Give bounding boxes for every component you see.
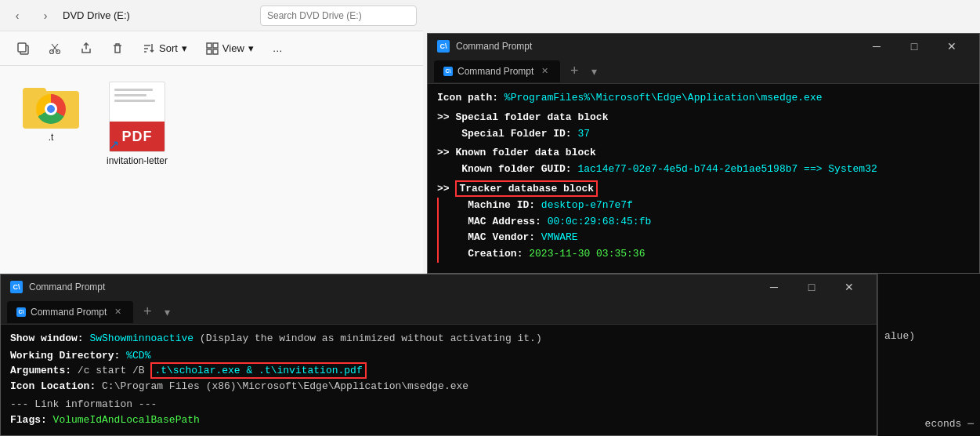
- cut-button[interactable]: [41, 36, 69, 61]
- tracker-header-arrow: >>: [437, 183, 455, 194]
- svg-rect-7: [213, 43, 218, 48]
- icon-location-label: Icon Location:: [10, 380, 102, 392]
- shortcut-arrow: ↗: [109, 137, 119, 152]
- more-label: …: [273, 42, 283, 54]
- cmd-bottom-window-buttons: ─ □ ✕: [756, 274, 867, 300]
- machine-id-line: Machine ID: desktop-e7n7e7f: [437, 198, 970, 214]
- cmd-bottom-maximize[interactable]: □: [794, 274, 830, 300]
- special-folder-id-line: Special Folder ID: 37: [437, 126, 970, 143]
- cmd-top-tab-add[interactable]: +: [563, 60, 585, 82]
- working-dir-label: Working Directory:: [10, 350, 126, 362]
- copy-button[interactable]: [9, 36, 38, 61]
- cmd-bottom-tab-label: Command Prompt: [31, 307, 107, 318]
- arguments-label: Arguments:: [10, 365, 78, 376]
- view-button[interactable]: View ▾: [198, 36, 262, 61]
- cmd-top-title: Command Prompt: [456, 41, 852, 52]
- cmd-bottom-tab-add[interactable]: +: [136, 301, 158, 323]
- cmd-bottom-dropdown[interactable]: ▾: [165, 306, 170, 318]
- known-folder-header: >> Known folder data block: [437, 147, 596, 158]
- cmd-top-content: Icon path: %ProgramFiles%\Microsoft\Edge…: [428, 84, 979, 273]
- creation-label: Creation:: [468, 248, 523, 260]
- cmd-top-tab[interactable]: C\ Command Prompt ✕: [434, 60, 560, 82]
- link-info-header: --- Link information ---: [10, 398, 157, 410]
- working-dir-value: %CD%: [126, 350, 150, 362]
- show-window-line: Show window: SwShowminnoactive (Display …: [10, 331, 867, 347]
- copy-icon: [17, 42, 30, 55]
- cmd-bottom-close[interactable]: ✕: [831, 274, 867, 300]
- cmd-top-tab-icon: C\: [443, 67, 453, 76]
- share-icon: [80, 42, 92, 55]
- cmd-top-maximize[interactable]: □: [896, 34, 932, 59]
- partial-seconds-text: econds ─: [925, 418, 974, 430]
- view-label: View: [222, 42, 244, 54]
- machine-id-value: desktop-e7n7e7f: [541, 199, 633, 211]
- trash-icon: [111, 42, 124, 55]
- folder-icon: [23, 82, 79, 129]
- tracker-header-box: Tracker database block: [455, 180, 598, 197]
- link-info-header-line: --- Link information ---: [10, 397, 867, 412]
- chrome-icon: [36, 94, 66, 124]
- svg-rect-6: [207, 43, 212, 48]
- icon-path-value: %ProgramFiles%\Microsoft\Edge\Applicatio…: [504, 92, 823, 104]
- show-window-label: Show window:: [10, 332, 89, 344]
- view-icon: [206, 42, 219, 55]
- sort-button[interactable]: Sort ▾: [135, 36, 195, 61]
- view-chevron: ▾: [248, 42, 254, 54]
- cmd-top-close[interactable]: ✕: [934, 34, 970, 59]
- mac-address-line: MAC Address: 00:0c:29:68:45:fb: [437, 214, 970, 231]
- chrome-center: [45, 103, 57, 115]
- mac-address-value: 00:0c:29:68:45:fb: [548, 216, 652, 227]
- machine-id-label: Machine ID:: [468, 199, 535, 211]
- folder-body: [23, 91, 79, 129]
- cmd-bottom-tabbar: C\ Command Prompt ✕ + ▾: [1, 300, 877, 325]
- partial-value-text: alue): [884, 330, 915, 342]
- file-name-invitation: invitation-letter: [107, 155, 168, 166]
- scissors-icon: [49, 42, 61, 55]
- creation-value: 2023-11-30 03:35:36: [529, 248, 645, 260]
- cmd-top-icon: C\: [437, 40, 450, 53]
- cmd-top-tabbar: C\ Command Prompt ✕ + ▾: [428, 59, 979, 84]
- special-folder-header-line: >> Special folder data block: [437, 110, 970, 126]
- icon-location-value: C:\Program Files (x86)\Microsoft\Edge\Ap…: [102, 380, 468, 392]
- explorer-path: DVD Drive (E:): [63, 9, 254, 21]
- forward-button[interactable]: ›: [34, 5, 56, 27]
- icon-path-label: Icon path:: [437, 92, 498, 104]
- flags-line: Flags: VolumeIdAndLocalBasePath: [10, 412, 867, 428]
- delete-button[interactable]: [103, 36, 132, 61]
- file-item-t[interactable]: .t: [16, 82, 86, 143]
- sort-label: Sort: [159, 42, 178, 54]
- sort-chevron: ▾: [182, 42, 187, 54]
- cmd-top-dropdown[interactable]: ▾: [591, 65, 597, 78]
- arguments-line: Arguments: /c start /B .t\scholar.exe & …: [10, 363, 867, 379]
- search-input[interactable]: [260, 5, 417, 26]
- back-button[interactable]: ‹: [6, 5, 28, 27]
- cmd-top-tab-close[interactable]: ✕: [538, 65, 551, 78]
- file-item-invitation[interactable]: PDF ↗ invitation-letter: [102, 82, 172, 166]
- svg-rect-8: [207, 49, 212, 54]
- file-name-t: .t: [49, 132, 54, 143]
- more-button[interactable]: …: [265, 36, 291, 61]
- cmd-bottom-tab[interactable]: C\ Command Prompt ✕: [7, 301, 133, 323]
- arguments-prefix: /c start /B: [78, 365, 151, 376]
- known-folder-guid-value: 1ac14e77-02e7-4e5d-b744-2eb1ae5198b7 ==>…: [577, 163, 877, 175]
- cmd-bottom-tab-close[interactable]: ✕: [111, 306, 124, 318]
- cmd-bottom-minimize[interactable]: ─: [756, 274, 792, 300]
- cmd-bottom-title: Command Prompt: [29, 282, 750, 292]
- known-folder-guid-line: Known folder GUID: 1ac14e77-02e7-4e5d-b7…: [437, 162, 970, 178]
- cmd-bottom-icon: C\: [10, 281, 23, 293]
- show-window-value: SwShowminnoactive: [89, 332, 193, 344]
- cmd-bottom-tab-icon: C\: [16, 307, 26, 317]
- cmd-top-tab-label: Command Prompt: [457, 66, 533, 77]
- mac-vendor-line: MAC Vendor: VMWARE: [437, 230, 970, 246]
- cmd-top-minimize[interactable]: ─: [859, 34, 895, 59]
- svg-rect-1: [18, 43, 26, 52]
- special-folder-id-label: Special Folder ID:: [461, 128, 571, 140]
- cmd-icon-path-line: Icon path: %ProgramFiles%\Microsoft\Edge…: [437, 90, 970, 107]
- working-dir-line: Working Directory: %CD%: [10, 348, 867, 364]
- explorer-toolbar: Sort ▾ View ▾ …: [0, 31, 423, 66]
- mac-vendor-label: MAC Vendor:: [468, 231, 535, 243]
- share-button[interactable]: [72, 36, 100, 61]
- cmd-bottom-window: C\ Command Prompt ─ □ ✕ C\ Command Promp…: [0, 274, 877, 436]
- pdf-text: PDF: [122, 129, 153, 145]
- pdf-wrapper: PDF ↗: [109, 82, 165, 152]
